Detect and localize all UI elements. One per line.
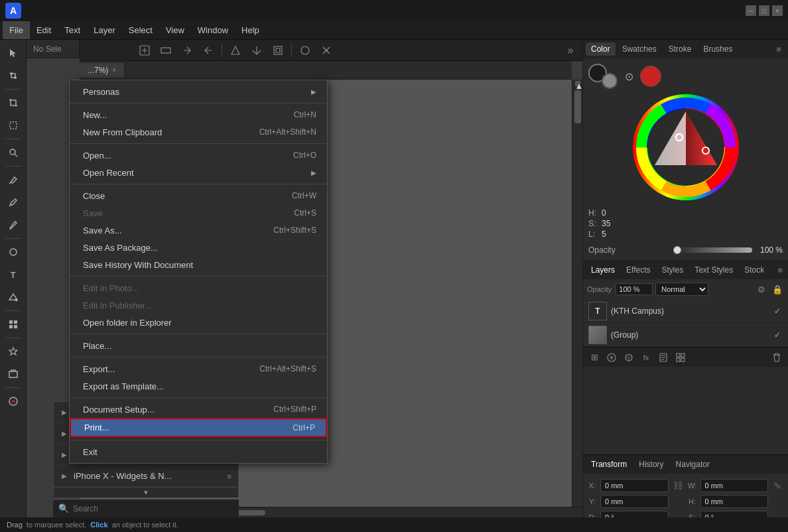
toolbar-btn-1[interactable] [135, 42, 154, 59]
menu-new[interactable]: New... Ctrl+N [70, 106, 327, 123]
tab-transform[interactable]: Transform [586, 458, 632, 471]
transform-y-input[interactable] [600, 495, 669, 508]
menu-text[interactable]: Text [58, 21, 87, 39]
color-wheel[interactable] [633, 94, 739, 200]
tab-brushes[interactable]: Brushes [698, 42, 738, 56]
menu-open-recent[interactable]: Open Recent ▶ [70, 164, 327, 181]
tab-stock[interactable]: Stock [739, 263, 769, 277]
menu-document-setup[interactable]: Document Setup... Ctrl+Shift+P [70, 401, 327, 418]
tool-select[interactable] [3, 42, 24, 64]
title-bar-controls[interactable]: ─ □ × [746, 5, 783, 16]
canvas-tab[interactable]: ...7%) × [80, 63, 125, 78]
toolbar-btn-5[interactable] [226, 42, 245, 59]
tab-color[interactable]: Color [586, 42, 616, 56]
layers-lock-btn[interactable]: 🔒 [771, 283, 784, 296]
toolbar-btn-2[interactable] [157, 42, 175, 59]
menu-save-as[interactable]: Save As... Ctrl+Shift+S [70, 222, 327, 239]
tab-history[interactable]: History [633, 458, 669, 471]
transform-h-input[interactable] [700, 495, 769, 508]
menu-help[interactable]: Help [235, 21, 266, 39]
menu-file[interactable]: File [3, 21, 30, 39]
toolbar-btn-3[interactable] [178, 42, 196, 59]
menu-select[interactable]: Select [122, 21, 159, 39]
tab-stroke[interactable]: Stroke [663, 42, 697, 56]
menu-close[interactable]: Close Ctrl+W [70, 187, 327, 204]
minimize-button[interactable]: ─ [746, 5, 756, 16]
menu-open[interactable]: Open... Ctrl+O [70, 147, 327, 164]
search-input[interactable] [73, 504, 233, 513]
vertical-scrollbar[interactable]: ▲ ▼ [572, 80, 582, 532]
menu-export[interactable]: Export... Ctrl+Alt+Shift+S [70, 360, 327, 377]
menu-new-clipboard[interactable]: New From Clipboard Ctrl+Alt+Shift+N [70, 123, 327, 141]
menu-save-history[interactable]: Save History With Document [70, 256, 327, 273]
transform-w-input[interactable] [700, 479, 769, 492]
active-color-circle[interactable] [640, 66, 661, 87]
menu-window[interactable]: Window [191, 21, 235, 39]
tool-color[interactable] [3, 391, 24, 412]
tab-layers[interactable]: Layers [586, 263, 620, 277]
tool-zoom[interactable] [3, 142, 24, 163]
menu-save-package[interactable]: Save As Package... [70, 239, 327, 256]
toolbar-btn-4[interactable] [199, 42, 218, 59]
tool-pencil[interactable] [3, 192, 24, 213]
symbol-scroll-indicator[interactable]: ▼ [54, 487, 238, 498]
toolbar-btn-snapping[interactable] [317, 42, 336, 59]
toolbar-btn-7[interactable] [269, 42, 287, 59]
tab-swatches[interactable]: Swatches [617, 42, 662, 56]
layer-add-btn[interactable] [604, 350, 619, 365]
menu-place[interactable]: Place... [70, 337, 327, 354]
blend-mode-select[interactable]: Normal Multiply Screen Overlay [655, 283, 708, 296]
layer-grid-btn[interactable] [673, 350, 688, 365]
toolbar-more-btn[interactable]: » [561, 42, 580, 59]
tool-transform[interactable] [3, 115, 24, 136]
menu-edit[interactable]: Edit [30, 21, 58, 39]
transform-link-btn[interactable] [771, 481, 784, 490]
layer-item-ktcampus[interactable]: T (KTH Campus) ✓ [583, 299, 788, 323]
menu-layer[interactable]: Layer [87, 21, 122, 39]
tab-effects[interactable]: Effects [621, 263, 655, 277]
opacity-slider[interactable] [672, 247, 753, 253]
tool-place[interactable] [3, 364, 24, 385]
layer-fx-btn[interactable]: fx [639, 350, 653, 365]
tool-shape[interactable] [3, 241, 24, 263]
layer-move-to-artboard-btn[interactable]: ⊞ [587, 350, 602, 365]
canvas-tab-close[interactable]: × [112, 66, 116, 74]
toolbar-btn-8[interactable] [296, 42, 314, 59]
menu-open-explorer[interactable]: Open folder in Explorer [70, 314, 327, 331]
transform-x-input[interactable] [600, 479, 669, 492]
layer-mask-btn[interactable] [622, 350, 636, 365]
layers-gear-btn[interactable]: ⚙ [755, 283, 768, 296]
tool-fill[interactable] [3, 287, 24, 308]
layer-doc-btn[interactable] [656, 350, 671, 365]
tool-brush[interactable] [3, 214, 24, 235]
tab-styles[interactable]: Styles [657, 263, 689, 277]
eyedropper-btn[interactable]: ⊙ [622, 69, 636, 84]
tool-node[interactable] [3, 65, 24, 86]
close-button[interactable]: × [772, 5, 783, 16]
tab-navigator[interactable]: Navigator [671, 458, 715, 471]
layer-delete-btn[interactable] [769, 350, 784, 365]
toolbar-btn-6[interactable] [247, 42, 266, 59]
layer-check-group[interactable]: ✓ [772, 330, 783, 340]
layer-check-ktcampus[interactable]: ✓ [772, 306, 783, 316]
menu-print[interactable]: Print... Ctrl+P [70, 418, 327, 437]
menu-view[interactable]: View [159, 21, 191, 39]
menu-exit[interactable]: Exit [70, 443, 327, 460]
layers-opacity-input[interactable] [616, 283, 653, 295]
tab-text-styles[interactable]: Text Styles [689, 263, 738, 277]
scroll-up-btn[interactable]: ▲ [575, 81, 580, 86]
maximize-button[interactable]: □ [759, 5, 769, 16]
layer-item-group[interactable]: (Group) ✓ [583, 323, 788, 347]
layers-panel-menu-btn[interactable]: ≡ [775, 264, 785, 277]
tool-crop[interactable] [3, 92, 24, 113]
symbol-item-iphonewidgets[interactable]: ▶ iPhone X - Widgets & N... ≡ [54, 466, 238, 487]
scroll-thumb-v[interactable] [574, 90, 581, 123]
color-panel-menu-btn[interactable]: ≡ [772, 42, 785, 56]
tool-pen[interactable] [3, 169, 24, 190]
tool-text[interactable]: T [3, 264, 24, 285]
background-color-swatch[interactable] [602, 73, 618, 89]
menu-export-template[interactable]: Export as Template... [70, 377, 327, 395]
tool-symbol[interactable] [3, 341, 24, 362]
tool-view-mode[interactable] [3, 314, 24, 335]
menu-personas[interactable]: Personas ▶ [70, 83, 327, 100]
